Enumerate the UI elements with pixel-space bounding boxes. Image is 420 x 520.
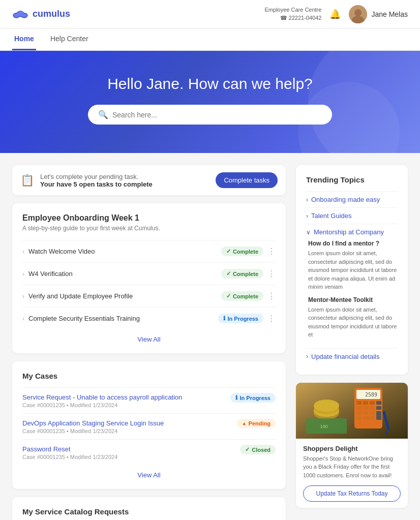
task-name-3: Verify and Update Employee Profile bbox=[28, 292, 133, 300]
svg-point-7 bbox=[354, 9, 362, 16]
header-right: Employee Care Centre ☎ 22221-04042 🔔 Jan… bbox=[265, 5, 408, 23]
search-bar: 🔍 bbox=[88, 105, 332, 125]
svg-rect-26 bbox=[356, 416, 362, 420]
task-right-3: Complete ⋮ bbox=[221, 291, 276, 301]
task-dots-1[interactable]: ⋮ bbox=[267, 247, 276, 256]
task-badge-2: Complete bbox=[221, 269, 263, 279]
trending-topics-card: Trending Topics › Onboarding made easy ›… bbox=[296, 165, 408, 375]
topic-sub-section-2: Mentor-Mentee Toolkit Lorem ipsum dolor … bbox=[306, 296, 398, 339]
svg-rect-18 bbox=[356, 406, 362, 410]
search-icon: 🔍 bbox=[98, 110, 108, 119]
chevron-icon-4: › bbox=[22, 315, 24, 322]
topic-item-2[interactable]: › Talent Guides bbox=[306, 207, 398, 224]
svg-rect-21 bbox=[376, 406, 381, 410]
trending-title: Trending Topics bbox=[306, 175, 398, 184]
svg-point-33 bbox=[314, 400, 339, 412]
task-name-4: Complete Security Essentials Training bbox=[28, 315, 140, 322]
pending-text: Let's complete your pending task. Your h… bbox=[40, 173, 153, 188]
case-link-1[interactable]: Service Request - Unable to access payro… bbox=[22, 393, 182, 401]
username: Jane Melas bbox=[371, 10, 408, 18]
service-catalog-title: My Service Catalog Requests bbox=[22, 507, 276, 516]
onboarding-view-all[interactable]: View All bbox=[22, 335, 276, 343]
svg-rect-25 bbox=[376, 411, 381, 420]
svg-rect-23 bbox=[363, 411, 368, 415]
topic-label-1: Onboarding made easy bbox=[311, 196, 380, 203]
logo[interactable]: cumulus bbox=[12, 9, 70, 19]
complete-tasks-button[interactable]: Complete tasks bbox=[216, 172, 278, 188]
onboarding-card: Employee Onboarding Week 1 A step-by-ste… bbox=[12, 203, 286, 353]
bell-icon[interactable]: 🔔 bbox=[329, 9, 341, 20]
topic-sub-text-1: Lorem ipsum dolor sit amet, consectetur … bbox=[308, 249, 398, 291]
svg-rect-24 bbox=[370, 411, 375, 415]
svg-rect-19 bbox=[363, 406, 368, 410]
task-left-1: › Watch Welcome Video bbox=[22, 248, 95, 255]
task-dots-3[interactable]: ⋮ bbox=[267, 291, 276, 301]
chevron-right-icon-2: › bbox=[306, 212, 308, 220]
svg-point-5 bbox=[21, 13, 27, 17]
case-badge-2: Pending bbox=[237, 419, 276, 428]
task-badge-4: In Progress bbox=[218, 314, 263, 323]
promo-description: Shopper's Stop & NetworkOne bring you a … bbox=[303, 454, 401, 480]
topic-expanded-header[interactable]: ∨ Mentorship at Company bbox=[306, 228, 398, 236]
pending-banner: 📋 Let's complete your pending task. Your… bbox=[12, 165, 286, 195]
topic-label-4: Update financial details bbox=[311, 353, 379, 360]
chevron-right-icon-4: › bbox=[306, 353, 308, 360]
case-badge-1: In Progress bbox=[230, 393, 276, 403]
topic-sub-section-1: How do I find a mentor ? Lorem ipsum dol… bbox=[306, 240, 398, 291]
case-link-3[interactable]: Password Reset bbox=[22, 445, 71, 453]
task-row-3: › Verify and Update Employee Profile Com… bbox=[22, 285, 276, 307]
svg-rect-17 bbox=[376, 401, 381, 405]
chevron-icon-2: › bbox=[22, 270, 24, 278]
topic-item-1[interactable]: › Onboarding made easy bbox=[306, 191, 398, 207]
topic-label-3: Mentorship at Company bbox=[314, 228, 384, 236]
case-row-2: DevOps Application Staging Service Login… bbox=[22, 413, 276, 439]
search-input[interactable] bbox=[112, 111, 322, 119]
avatar bbox=[349, 5, 367, 23]
case-row-3: Password Reset Case #00001235 • Modified… bbox=[22, 439, 276, 465]
topic-item-3: ∨ Mentorship at Company How do I find a … bbox=[306, 224, 398, 348]
topic-sub-title-2: Mentor-Mentee Toolkit bbox=[308, 296, 398, 303]
case-meta-3: Case #00001235 • Modified 1/23/2024 bbox=[22, 454, 117, 460]
promo-button[interactable]: Update Tax Returns Today bbox=[303, 485, 401, 502]
task-dots-4[interactable]: ⋮ bbox=[267, 314, 276, 323]
task-right-2: Complete ⋮ bbox=[221, 269, 276, 279]
case-badge-3: Closed bbox=[240, 445, 276, 454]
svg-rect-16 bbox=[370, 401, 375, 405]
chevron-down-icon-3: ∨ bbox=[306, 229, 311, 236]
svg-rect-20 bbox=[370, 406, 375, 410]
chevron-icon-1: › bbox=[22, 248, 24, 255]
task-row-4: › Complete Security Essentials Training … bbox=[22, 307, 276, 329]
case-link-2[interactable]: DevOps Application Staging Service Login… bbox=[22, 419, 164, 427]
task-left-4: › Complete Security Essentials Training bbox=[22, 315, 140, 322]
document-icon: 📋 bbox=[20, 174, 34, 187]
my-cases-title: My Cases bbox=[22, 372, 276, 380]
nav-help-center[interactable]: Help Center bbox=[48, 28, 91, 50]
topic-sub-title-1: How do I find a mentor ? bbox=[308, 240, 398, 247]
hero-banner: Hello Jane. How can we help? 🔍 bbox=[0, 51, 420, 153]
onboarding-title: Employee Onboarding Week 1 bbox=[22, 213, 276, 223]
svg-text:2589: 2589 bbox=[365, 392, 377, 397]
case-info-1: Service Request - Unable to access payro… bbox=[22, 393, 182, 408]
task-name-2: W4 Verification bbox=[28, 270, 73, 278]
my-cases-card: My Cases Service Request - Unable to acc… bbox=[12, 361, 286, 489]
svg-rect-22 bbox=[356, 411, 362, 415]
topic-item-4[interactable]: › Update financial details bbox=[306, 348, 398, 364]
task-right-4: In Progress ⋮ bbox=[218, 314, 276, 323]
case-info-3: Password Reset Case #00001235 • Modified… bbox=[22, 445, 117, 460]
user-info[interactable]: Jane Melas bbox=[349, 5, 408, 23]
pending-text-strong: Your have 5 open tasks to complete bbox=[40, 180, 153, 188]
onboarding-subtitle: A step-by-step guide to your first week … bbox=[22, 225, 276, 232]
nav-home[interactable]: Home bbox=[12, 28, 36, 50]
task-badge-3: Complete bbox=[221, 291, 263, 301]
case-info-2: DevOps Application Staging Service Login… bbox=[22, 419, 164, 434]
main-content: 📋 Let's complete your pending task. Your… bbox=[0, 153, 420, 520]
nav: Home Help Center bbox=[0, 28, 420, 51]
cases-view-all[interactable]: View All bbox=[22, 471, 276, 479]
case-meta-1: Case #00001235 • Modified 1/23/2024 bbox=[22, 402, 182, 408]
task-left-3: › Verify and Update Employee Profile bbox=[22, 292, 133, 300]
right-column: Trending Topics › Onboarding made easy ›… bbox=[296, 165, 408, 520]
case-row-1: Service Request - Unable to access payro… bbox=[22, 387, 276, 413]
task-dots-2[interactable]: ⋮ bbox=[267, 269, 276, 279]
pending-text-normal: Let's complete your pending task. bbox=[40, 173, 138, 180]
pending-banner-left: 📋 Let's complete your pending task. Your… bbox=[20, 173, 153, 188]
